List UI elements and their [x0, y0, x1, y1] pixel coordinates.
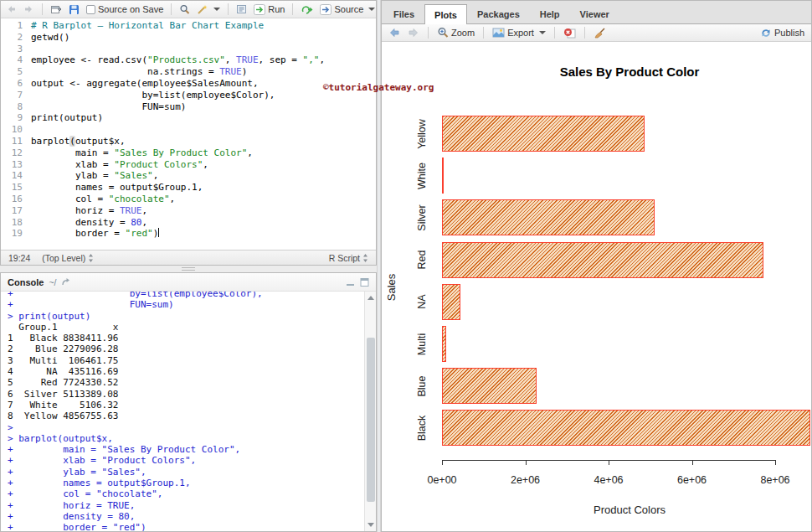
source-button[interactable]: Source: [318, 3, 377, 16]
left-column: Source on Save Run: [0, 0, 377, 532]
code-editor[interactable]: 1# R Barplot – Horizontal Bar Chart Exam…: [1, 18, 376, 250]
back-icon[interactable]: [4, 3, 18, 15]
publish-label: Publish: [774, 28, 804, 38]
x-tick-label: 6e+06: [677, 474, 707, 486]
tab-plots[interactable]: Plots: [424, 4, 467, 24]
run-button[interactable]: Run: [252, 3, 286, 16]
forward-icon[interactable]: [406, 27, 421, 39]
code-text: FUN=sum): [31, 101, 186, 113]
file-type-selector[interactable]: R Script: [329, 253, 368, 263]
scroll-down-icon[interactable]: [367, 523, 374, 528]
console-pane: Console ~/ + by=list(employee$Color),+ F…: [0, 272, 377, 532]
rerun-icon[interactable]: [299, 3, 315, 16]
export-label: Export: [507, 28, 534, 38]
remove-plot-icon[interactable]: [562, 27, 578, 39]
tab-files[interactable]: Files: [383, 3, 424, 23]
toolbar-separator: [42, 3, 43, 15]
code-text: ylab = "Sales",: [31, 170, 158, 182]
export-button[interactable]: Export: [491, 27, 547, 39]
line-number: 5: [1, 66, 31, 78]
zoom-button[interactable]: Zoom: [435, 26, 476, 39]
code-token: ,: [203, 159, 208, 170]
console-body[interactable]: + by=list(employee$Color),+ FUN=sum)> pr…: [1, 292, 376, 531]
tab-packages[interactable]: Packages: [467, 3, 530, 23]
scrollbar-thumb[interactable]: [367, 338, 375, 502]
back-icon[interactable]: [387, 27, 402, 39]
scope-selector[interactable]: (Top Level): [42, 253, 94, 263]
category-label-yellow: Yellow: [416, 119, 428, 149]
code-token: ,: [170, 194, 176, 204]
code-line: 7 by=list(employee$Color),: [1, 90, 376, 101]
code-text: by=list(employee$Color),: [31, 90, 275, 101]
code-token: "red": [126, 228, 153, 239]
tab-viewer[interactable]: Viewer: [570, 3, 619, 23]
checkbox[interactable]: [86, 5, 95, 14]
report-icon[interactable]: [234, 3, 249, 15]
console-scrollbar[interactable]: [364, 292, 376, 531]
console-line: 5 Red 7724330.52: [8, 377, 362, 388]
code-token: col =: [31, 194, 109, 204]
code-token: 80: [131, 217, 141, 228]
plots-toolbar: Zoom Export Publish: [382, 24, 811, 42]
pane-splitter-horizontal[interactable]: [0, 266, 377, 272]
console-output: + by=list(employee$Color),+ FUN=sum)> pr…: [8, 292, 362, 531]
toolbar-separator: [584, 27, 585, 39]
category-label-blue: Blue: [416, 375, 428, 396]
source-label: Source: [334, 4, 363, 14]
code-token: output$x,: [75, 136, 126, 147]
editor-status-bar: 19:24 (Top Level) R Script: [1, 250, 376, 265]
x-axis-tick: [526, 460, 527, 465]
minimize-icon[interactable]: [346, 278, 355, 287]
history-jump-icon[interactable]: [61, 277, 72, 287]
category-label-multi: Multi: [416, 333, 428, 354]
tab-help[interactable]: Help: [530, 3, 570, 23]
console-line: 4 NA 435116.69: [8, 366, 362, 377]
plot-canvas: Sales By Product Color Sales Product Col…: [382, 42, 811, 531]
publish-button[interactable]: Publish: [758, 27, 806, 39]
console-line: + horiz = TRUE,: [8, 500, 362, 511]
zoom-icon: [437, 27, 449, 39]
code-text: na.strings = TRUE): [31, 66, 247, 78]
code-token: ylab =: [31, 170, 114, 181]
toolbar-separator: [483, 27, 484, 39]
console-line: 7 White 5106.32: [8, 400, 362, 411]
category-label-red: Red: [416, 251, 428, 270]
console-line: 6 Silver 5113389.08: [8, 389, 362, 400]
line-number: 15: [1, 182, 31, 194]
code-line: 6output <- aggregate(employee$SalesAmoun…: [1, 78, 376, 90]
code-token: density =: [31, 217, 131, 228]
console-line: + FUN=sum): [8, 299, 362, 310]
scroll-up-icon[interactable]: [367, 295, 374, 300]
clear-plots-icon[interactable]: [592, 27, 607, 39]
console-tab-label[interactable]: Console: [8, 277, 44, 287]
code-line: 10: [1, 124, 376, 136]
code-line: 12 main = "Sales By Product Color",: [1, 147, 376, 159]
category-label-white: White: [416, 163, 428, 189]
chart-title: Sales By Product Color: [560, 65, 700, 79]
toolbar-separator: [554, 27, 555, 39]
code-text: horiz = TRUE,: [31, 205, 147, 217]
console-line: + col = "chocolate",: [8, 488, 362, 499]
x-tick-label: 0e+00: [427, 474, 456, 486]
chart-y-axis-label: Sales: [385, 274, 398, 302]
search-icon[interactable]: [177, 3, 192, 16]
code-line: 15 names = output$Group.1,: [1, 182, 376, 194]
code-line: 19 border = "red"): [1, 228, 376, 240]
line-number: 1: [1, 20, 31, 32]
code-token: ,: [225, 54, 236, 65]
zoom-label: Zoom: [451, 28, 475, 38]
code-token: "Products.csv": [147, 54, 225, 65]
line-number: 14: [1, 170, 31, 182]
source-on-save-checkbox[interactable]: Source on Save: [85, 3, 165, 15]
open-new-window-icon[interactable]: [49, 3, 64, 15]
code-token: by=list(employee$Color),: [31, 90, 275, 101]
code-token: "Product Colors": [114, 159, 203, 170]
save-icon[interactable]: [67, 3, 81, 16]
category-label-na: NA: [416, 295, 428, 309]
line-number: 10: [1, 124, 31, 136]
maximize-icon[interactable]: [360, 278, 369, 287]
code-token: ): [242, 66, 248, 77]
console-line: + by=list(employee$Color),: [8, 292, 362, 299]
forward-icon[interactable]: [22, 3, 36, 15]
magic-wand-icon[interactable]: [195, 3, 222, 16]
